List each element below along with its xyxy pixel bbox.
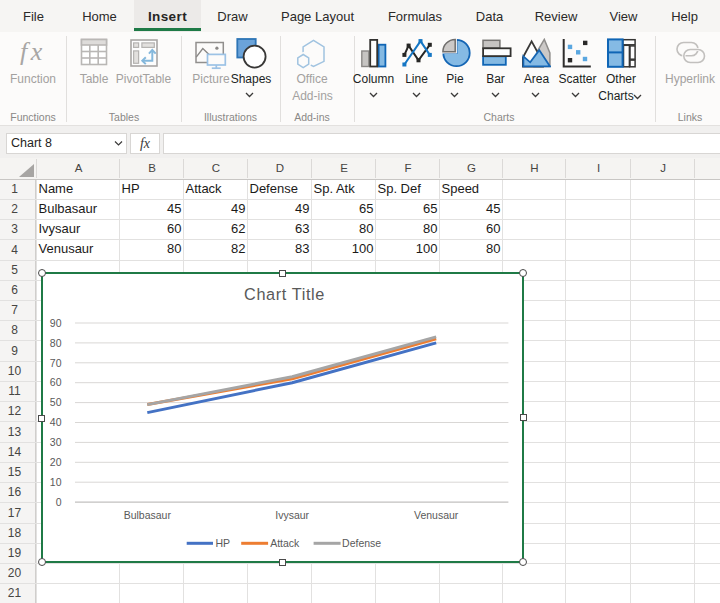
svg-text:70: 70 — [50, 357, 62, 369]
svg-text:Chart Title: Chart Title — [244, 285, 325, 303]
svg-text:30: 30 — [50, 436, 62, 448]
svg-text:80: 80 — [50, 337, 62, 349]
svg-text:HP: HP — [216, 537, 231, 549]
svg-text:60: 60 — [50, 376, 62, 388]
svg-text:90: 90 — [50, 317, 62, 329]
svg-text:0: 0 — [56, 496, 62, 508]
svg-text:Venusaur: Venusaur — [414, 509, 459, 521]
svg-text:40: 40 — [50, 416, 62, 428]
svg-text:Attack: Attack — [270, 537, 300, 549]
svg-text:10: 10 — [50, 476, 62, 488]
svg-text:50: 50 — [50, 396, 62, 408]
svg-text:Bulbasaur: Bulbasaur — [124, 509, 172, 521]
svg-text:Ivysaur: Ivysaur — [275, 509, 309, 521]
svg-text:Defense: Defense — [342, 537, 381, 549]
svg-text:20: 20 — [50, 456, 62, 468]
